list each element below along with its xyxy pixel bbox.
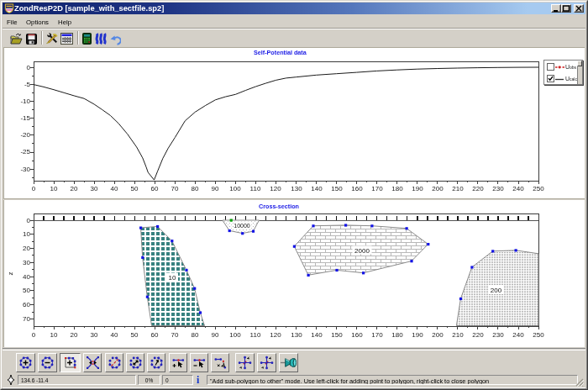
svg-text:2000: 2000 — [354, 247, 370, 255]
svg-text:10000: 10000 — [234, 223, 250, 229]
svg-text:200: 200 — [491, 287, 502, 294]
svg-text:10: 10 — [169, 274, 176, 282]
